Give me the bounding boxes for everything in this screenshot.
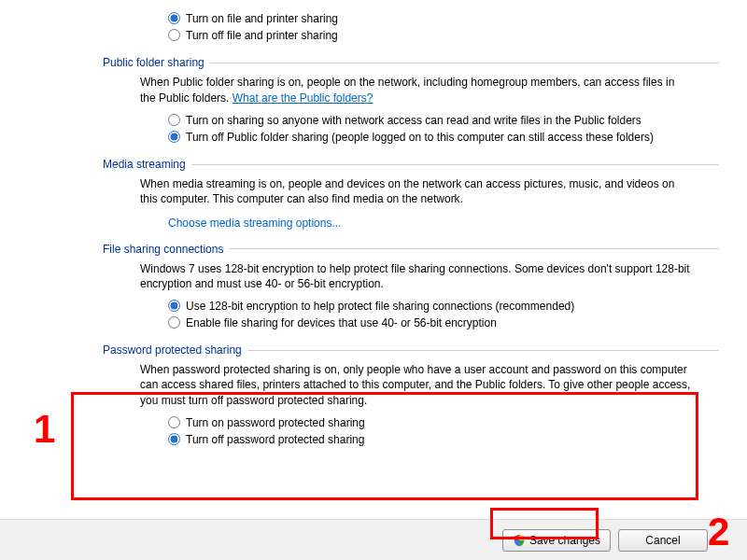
public-folder-on-label: Turn on sharing so anyone with network a… — [186, 113, 719, 128]
public-folder-section: Public folder sharing When Public folder… — [28, 56, 719, 145]
divider — [247, 350, 719, 351]
public-folders-link[interactable]: What are the Public folders? — [233, 91, 374, 105]
media-streaming-section: Media streaming When media streaming is … — [28, 158, 719, 229]
divider — [191, 164, 719, 165]
password-off-label: Turn off password protected sharing — [186, 432, 719, 447]
settings-content: Turn on file and printer sharing Turn of… — [0, 0, 747, 447]
encryption-40-56-label: Enable file sharing for devices that use… — [186, 315, 719, 330]
media-desc: When media streaming is on, people and d… — [28, 176, 719, 212]
encryption-40-56-radio[interactable] — [168, 316, 180, 329]
file-printer-off-radio[interactable] — [168, 29, 180, 41]
file-printer-on-label: Turn on file and printer sharing — [186, 11, 719, 26]
password-on-radio[interactable] — [168, 416, 180, 428]
shield-icon — [513, 534, 526, 547]
password-title: Password protected sharing — [103, 343, 247, 357]
public-folder-off-label: Turn off Public folder sharing (people l… — [186, 130, 719, 145]
password-off-radio[interactable] — [168, 433, 180, 445]
button-bar: Save changes Cancel — [0, 519, 747, 560]
password-desc: When password protected sharing is on, o… — [28, 362, 719, 413]
file-conn-desc: Windows 7 uses 128-bit encryption to hel… — [28, 261, 719, 297]
encryption-128-radio[interactable] — [168, 300, 180, 312]
save-button-label: Save changes — [529, 534, 600, 547]
file-printer-sharing-group: Turn on file and printer sharing Turn of… — [28, 11, 719, 43]
public-folder-title: Public folder sharing — [103, 56, 210, 69]
annotation-number-2: 2 — [708, 510, 729, 554]
annotation-number-1: 1 — [34, 407, 55, 452]
file-connections-section: File sharing connections Windows 7 uses … — [28, 243, 719, 331]
file-conn-title: File sharing connections — [103, 243, 229, 256]
divider — [210, 63, 719, 63]
password-sharing-section: Password protected sharing When password… — [28, 343, 719, 447]
file-printer-on-radio[interactable] — [168, 12, 180, 24]
password-on-label: Turn on password protected sharing — [186, 415, 719, 430]
file-printer-off-label: Turn off file and printer sharing — [186, 28, 719, 43]
public-folder-desc-text: When Public folder sharing is on, people… — [140, 76, 674, 104]
encryption-128-label: Use 128-bit encryption to help protect f… — [186, 299, 719, 314]
public-folder-off-radio[interactable] — [168, 131, 180, 143]
divider — [229, 248, 719, 249]
cancel-button[interactable]: Cancel — [618, 529, 708, 552]
media-title: Media streaming — [103, 158, 191, 171]
public-folder-on-radio[interactable] — [168, 114, 180, 126]
media-options-link[interactable]: Choose media streaming options... — [28, 217, 719, 230]
public-folder-desc: When Public folder sharing is on, people… — [28, 75, 719, 110]
cancel-button-label: Cancel — [645, 534, 680, 547]
save-changes-button[interactable]: Save changes — [502, 529, 611, 552]
